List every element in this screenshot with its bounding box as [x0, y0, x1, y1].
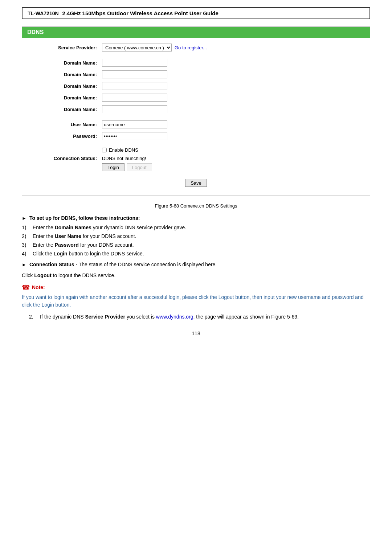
- domain-name-label-4: Domain Name:: [29, 95, 102, 100]
- domain-name-input-1[interactable]: [102, 59, 167, 67]
- service-provider-select[interactable]: Comexe ( www.comexe.cn ): [102, 44, 172, 52]
- step-4-num: 4): [22, 251, 33, 257]
- service-provider-label: Service Provider:: [29, 45, 102, 50]
- figure-caption: Figure 5-68 Comexe.cn DDNS Settings: [22, 203, 370, 209]
- domain-name-input-4[interactable]: [102, 94, 167, 102]
- ddns-content: Service Provider: Comexe ( www.comexe.cn…: [22, 38, 370, 196]
- domain-name-row-2: Domain Name:: [29, 70, 363, 78]
- domain-name-label-3: Domain Name:: [29, 83, 102, 89]
- note-icon: ☎: [22, 283, 30, 291]
- dyndns-link[interactable]: www.dyndns.org: [156, 314, 193, 320]
- save-row: Save: [29, 175, 363, 188]
- logout-button[interactable]: Logout: [127, 163, 152, 171]
- logout-paragraph: Click Logout to logout the DDNS service.: [22, 272, 370, 278]
- step-2-text: Enter the User Name for your DDNS accoun…: [33, 233, 136, 239]
- page-number: 118: [22, 331, 370, 336]
- item-2: 2. If the dynamic DNS Service Provider y…: [29, 314, 370, 320]
- username-row: User Name:: [29, 120, 363, 128]
- login-logout-group: Login Logout: [102, 163, 152, 171]
- domain-name-label-2: Domain Name:: [29, 72, 102, 77]
- domain-name-label-5: Domain Name:: [29, 107, 102, 112]
- ddns-title: DDNS: [22, 27, 370, 38]
- password-input[interactable]: [102, 132, 167, 140]
- enable-ddns-label: Enable DDNS: [109, 147, 138, 153]
- instructions-header-row: ► To set up for DDNS, follow these instr…: [22, 215, 370, 221]
- domain-name-input-3[interactable]: [102, 82, 167, 90]
- password-label: Password:: [29, 134, 102, 139]
- connection-status-row: Connection Status: DDNS not launching! L…: [29, 156, 363, 171]
- step-1: 1) Enter the Domain Names your dynamic D…: [22, 225, 370, 230]
- step-4-text: Click the Login button to login the DDNS…: [33, 251, 144, 257]
- note-section: ☎ Note: If you want to login again with …: [22, 283, 370, 309]
- note-header: ☎ Note:: [22, 283, 370, 291]
- step-2-num: 2): [22, 233, 33, 239]
- enable-ddns-row: Enable DDNS: [102, 147, 363, 153]
- domain-name-row-3: Domain Name:: [29, 82, 363, 90]
- domain-name-row-5: Domain Name:: [29, 105, 363, 113]
- password-row: Password:: [29, 132, 363, 140]
- domain-name-row-1: Domain Name:: [29, 59, 363, 67]
- step-1-num: 1): [22, 225, 33, 230]
- domain-name-label-1: Domain Name:: [29, 60, 102, 66]
- arrow-icon: ►: [22, 216, 26, 221]
- username-input[interactable]: [102, 120, 167, 128]
- instructions-list: 1) Enter the Domain Names your dynamic D…: [22, 225, 370, 257]
- connection-status-section: ► Connection Status - The status of the …: [22, 262, 370, 267]
- note-label: Note:: [32, 284, 45, 290]
- item-2-text: If the dynamic DNS Service Provider you …: [40, 314, 299, 320]
- save-button[interactable]: Save: [185, 179, 207, 187]
- enable-ddns-checkbox[interactable]: [102, 148, 107, 152]
- go-register-link[interactable]: Go to register...: [175, 45, 207, 50]
- ddns-box: DDNS Service Provider: Comexe ( www.come…: [22, 26, 370, 196]
- step-3: 3) Enter the Password for your DDNS acco…: [22, 242, 370, 248]
- connection-status-label: Connection Status:: [29, 156, 102, 161]
- page-header: TL-WA7210N 2.4GHz 150Mbps Outdoor Wirele…: [22, 7, 370, 19]
- username-label: User Name:: [29, 122, 102, 127]
- step-3-text: Enter the Password for your DDNS account…: [33, 242, 134, 248]
- connection-status-value: DDNS not launching! Login Logout: [102, 156, 152, 171]
- model-number: TL-WA7210N: [28, 11, 59, 16]
- domain-name-input-2[interactable]: [102, 70, 167, 78]
- note-text: If you want to login again with another …: [22, 294, 370, 309]
- connection-status-note: Connection Status - The status of the DD…: [29, 262, 217, 267]
- domain-name-input-5[interactable]: [102, 105, 167, 113]
- service-provider-controls: Comexe ( www.comexe.cn ) Go to register.…: [102, 44, 207, 52]
- instructions-header: To set up for DDNS, follow these instruc…: [29, 215, 140, 221]
- item-2-num: 2.: [29, 314, 40, 320]
- domain-name-row-4: Domain Name:: [29, 94, 363, 102]
- guide-title: 2.4GHz 150Mbps Outdoor Wireless Access P…: [62, 10, 219, 16]
- arrow-icon-2: ►: [22, 262, 26, 267]
- step-4: 4) Click the Login button to login the D…: [22, 251, 370, 257]
- step-2: 2) Enter the User Name for your DDNS acc…: [22, 233, 370, 239]
- step-1-text: Enter the Domain Names your dynamic DNS …: [33, 225, 186, 230]
- login-button[interactable]: Login: [102, 163, 124, 171]
- step-3-num: 3): [22, 242, 33, 248]
- service-provider-row: Service Provider: Comexe ( www.comexe.cn…: [29, 44, 363, 52]
- connection-status-text: DDNS not launching!: [102, 156, 152, 161]
